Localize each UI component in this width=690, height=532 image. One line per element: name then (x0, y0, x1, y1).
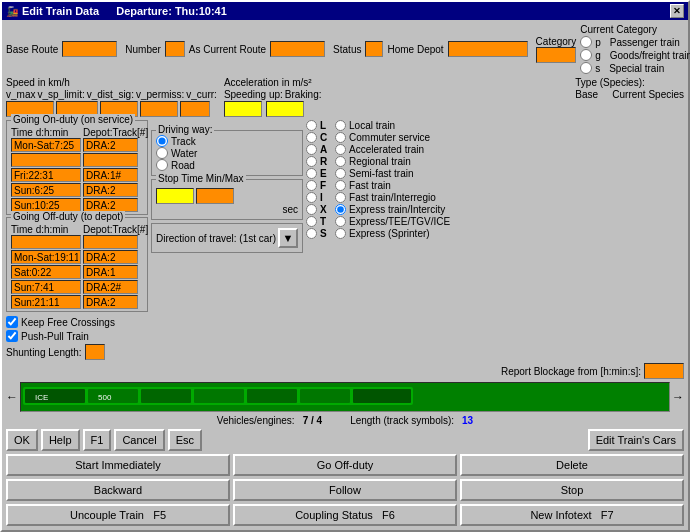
stop-time-min-input[interactable]: 150 (156, 188, 194, 204)
species-code: A (320, 144, 332, 155)
number-input[interactable]: 4 (165, 41, 185, 57)
species-code: F (320, 180, 332, 191)
species-current-radio[interactable] (335, 120, 346, 131)
species-current-radio[interactable] (335, 132, 346, 143)
braking-label: Braking: (285, 89, 322, 100)
species-base-radio[interactable] (306, 120, 317, 131)
species-current-radio[interactable] (335, 192, 346, 203)
driving-track-radio[interactable] (156, 135, 168, 147)
train-right-arrow[interactable]: → (672, 390, 684, 404)
off-duty-time-input[interactable] (11, 280, 81, 294)
on-duty-depot-input[interactable] (83, 138, 138, 152)
coupling-status-button[interactable]: Coupling Status F6 (233, 504, 457, 526)
speeding-up-input[interactable]: 0.50 (224, 101, 262, 117)
off-duty-row (11, 235, 143, 249)
edit-train-cars-button[interactable]: Edit Train's Cars (588, 429, 684, 451)
ok-button[interactable]: OK (6, 429, 38, 451)
off-duty-depot-input[interactable] (83, 280, 138, 294)
push-pull-checkbox[interactable] (6, 330, 18, 342)
category-goods-radio[interactable] (580, 49, 592, 61)
number-label: Number (125, 44, 161, 55)
species-base-radio[interactable] (306, 228, 317, 239)
backward-button[interactable]: Backward (6, 479, 230, 501)
train-left-arrow[interactable]: ← (6, 390, 18, 404)
driving-water-radio[interactable] (156, 147, 168, 159)
species-base-radio[interactable] (306, 180, 317, 191)
species-current-radio[interactable] (335, 228, 346, 239)
species-label: Accelerated train (349, 144, 424, 155)
on-duty-depot-input[interactable] (83, 153, 138, 167)
on-duty-time-input[interactable] (11, 183, 81, 197)
on-duty-depot-input[interactable] (83, 168, 138, 182)
esc-button[interactable]: Esc (168, 429, 202, 451)
species-row: XExpress train/Intercity (306, 204, 684, 215)
driving-road-radio[interactable] (156, 159, 168, 171)
home-depot-input[interactable]: DD_Altstadt:1 (448, 41, 528, 57)
on-duty-depot-input[interactable] (83, 183, 138, 197)
species-code: S (320, 228, 332, 239)
f1-button[interactable]: F1 (83, 429, 112, 451)
stop-time-max-input[interactable]: 180 (196, 188, 234, 204)
off-duty-time-input[interactable] (11, 265, 81, 279)
new-infotext-button[interactable]: New Infotext F7 (460, 504, 684, 526)
category-passenger-radio[interactable] (580, 36, 592, 48)
on-duty-time-input[interactable] (11, 198, 81, 212)
keep-free-crossings-checkbox[interactable] (6, 316, 18, 328)
species-current-radio[interactable] (335, 204, 346, 215)
off-duty-depot-input[interactable] (83, 235, 138, 249)
off-duty-depot-input[interactable] (83, 265, 138, 279)
push-pull-row: Push-Pull Train (6, 330, 148, 342)
on-duty-time-input[interactable] (11, 138, 81, 152)
v-curr-input[interactable] (180, 101, 210, 117)
species-current-radio[interactable] (335, 168, 346, 179)
on-duty-depot-input[interactable] (83, 198, 138, 212)
cancel-button[interactable]: Cancel (114, 429, 164, 451)
help-button[interactable]: Help (41, 429, 80, 451)
on-duty-time-input[interactable] (11, 153, 81, 167)
passenger-train-label: Passenger train (610, 37, 680, 48)
report-blockage-input[interactable]: 0:00 (644, 363, 684, 379)
direction-button[interactable]: ▼ (278, 228, 298, 248)
species-current-radio[interactable] (335, 156, 346, 167)
svg-rect-5 (247, 389, 297, 403)
off-duty-time-input[interactable] (11, 250, 81, 264)
species-row: TExpress/TEE/TGV/ICE (306, 216, 684, 227)
species-base-radio[interactable] (306, 144, 317, 155)
species-current-radio[interactable] (335, 216, 346, 227)
off-duty-time-input[interactable] (11, 235, 81, 249)
driving-track-label: Track (171, 136, 196, 147)
as-current-route-label: As Current Route (189, 44, 266, 55)
species-base-radio[interactable] (306, 132, 317, 143)
off-duty-depot-input[interactable] (83, 295, 138, 309)
species-current-radio[interactable] (335, 144, 346, 155)
start-immediately-button[interactable]: Start Immediately (6, 454, 230, 476)
category-special-radio[interactable] (580, 62, 592, 74)
species-base-radio[interactable] (306, 156, 317, 167)
v-curr-label: v_curr: (186, 89, 217, 100)
follow-button[interactable]: Follow (233, 479, 457, 501)
stop-button[interactable]: Stop (460, 479, 684, 501)
species-base-radio[interactable] (306, 216, 317, 227)
off-duty-time-input[interactable] (11, 295, 81, 309)
category-input[interactable]: Base (536, 47, 576, 63)
species-base-radio[interactable] (306, 168, 317, 179)
species-base-radio[interactable] (306, 192, 317, 203)
on-duty-time-input[interactable] (11, 168, 81, 182)
v-permiss-input[interactable]: 0,000 (140, 101, 178, 117)
species-base-radio[interactable] (306, 204, 317, 215)
status-input[interactable]: T (365, 41, 383, 57)
base-route-input[interactable]: 500ICE (62, 41, 117, 57)
go-off-duty-button[interactable]: Go Off-duty (233, 454, 457, 476)
shunting-length-input[interactable]: 1 (85, 344, 105, 360)
as-current-route-input[interactable]: 500ICE (270, 41, 325, 57)
off-duty-depot-input[interactable] (83, 250, 138, 264)
uncouple-train-button[interactable]: Uncouple Train F5 (6, 504, 230, 526)
species-row: ESemi-fast train (306, 168, 684, 179)
close-button[interactable]: ✕ (670, 4, 684, 18)
delete-button[interactable]: Delete (460, 454, 684, 476)
driving-road-row: Road (156, 159, 298, 171)
species-current-radio[interactable] (335, 180, 346, 191)
v-sp-limit-label: v_sp_limit: (37, 89, 84, 100)
braking-input[interactable]: 0.60 (266, 101, 304, 117)
category-goods-row: g Goods/freight train (580, 49, 690, 61)
